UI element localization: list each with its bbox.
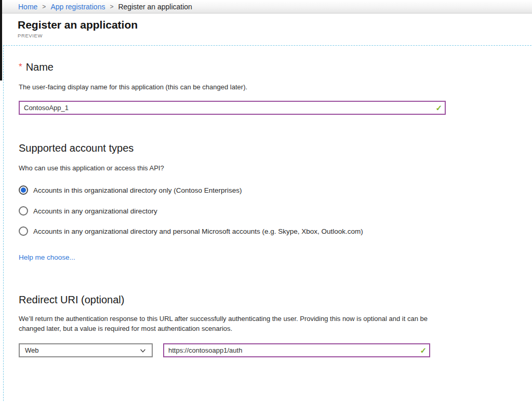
radio-option-this-directory[interactable]: Accounts in this organizational director… [19, 185, 242, 195]
previous-blade-edge [0, 0, 2, 81]
radio-option-label: Accounts in this organizational director… [33, 186, 242, 194]
name-description: The user-facing display name for this ap… [19, 83, 247, 91]
blade-header: Register an application PREVIEW [0, 14, 532, 45]
redirect-uri-field-wrap: ✓ [163, 343, 430, 357]
page-title: Register an application [18, 19, 532, 31]
breadcrumb-link-home[interactable]: Home [18, 3, 37, 11]
app-name-field-wrap: ✓ [19, 101, 446, 115]
radio-option-any-directory[interactable]: Accounts in any organizational directory [19, 206, 157, 216]
name-heading-text: Name [26, 61, 54, 73]
required-asterisk: * [19, 62, 22, 72]
breadcrumb-link-app-registrations[interactable]: App registrations [50, 3, 105, 11]
breadcrumb: Home > App registrations > Register an a… [0, 0, 532, 14]
platform-select[interactable]: Web [19, 343, 153, 357]
account-types-question: Who can use this application or access t… [19, 164, 164, 172]
breadcrumb-current: Register an application [118, 3, 192, 11]
radio-button-icon [19, 206, 28, 216]
radio-button-icon [19, 226, 28, 236]
radio-option-label: Accounts in any organizational directory… [33, 227, 363, 235]
help-me-choose-link[interactable]: Help me choose... [19, 253, 75, 261]
register-form-panel: *Name The user-facing display name for t… [3, 45, 532, 402]
chevron-down-icon [139, 347, 147, 354]
breadcrumb-separator: > [110, 3, 113, 10]
redirect-uri-input[interactable] [163, 343, 430, 357]
preview-badge: PREVIEW [18, 33, 532, 38]
redirect-uri-description: We’ll return the authentication response… [19, 314, 445, 333]
radio-button-icon [19, 185, 28, 195]
radio-option-label: Accounts in any organizational directory [33, 207, 157, 215]
name-section-heading: *Name [19, 61, 54, 73]
app-name-input[interactable] [19, 101, 446, 115]
radio-option-any-directory-and-personal[interactable]: Accounts in any organizational directory… [19, 226, 363, 236]
breadcrumb-separator: > [42, 3, 46, 10]
redirect-uri-heading: Redirect URI (optional) [19, 294, 124, 306]
platform-select-value: Web [25, 346, 139, 354]
account-types-heading: Supported account types [19, 142, 134, 154]
